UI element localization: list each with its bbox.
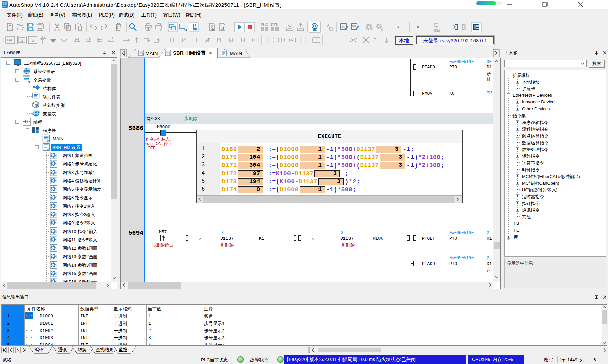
svg-text:S: S: [169, 53, 170, 56]
svg-text:PLC: PLC: [261, 23, 268, 27]
svg-text:RTU: RTU: [271, 23, 279, 27]
svg-text:A: A: [291, 38, 293, 42]
svg-text:TE ST: TE ST: [433, 30, 440, 32]
svg-text:AUTO: AUTO: [2, 5, 8, 7]
svg-text:C: C: [254, 38, 257, 42]
svg-text:转换: 转换: [78, 347, 86, 352]
svg-text:S: S: [21, 38, 23, 43]
svg-text:M: M: [141, 53, 144, 56]
svg-text:监控: 监控: [119, 347, 127, 352]
svg-text:F: F: [301, 38, 303, 42]
svg-text:S: S: [31, 38, 34, 43]
svg-text:查找结果: 查找结果: [96, 347, 113, 352]
svg-text:通讯: 通讯: [58, 347, 67, 352]
svg-text:编译: 编译: [35, 347, 43, 352]
svg-text:S: S: [241, 38, 244, 42]
svg-text:LAD: LAD: [7, 38, 13, 42]
